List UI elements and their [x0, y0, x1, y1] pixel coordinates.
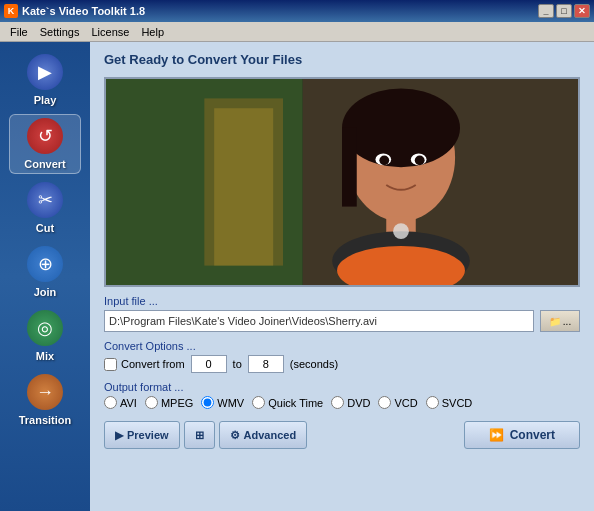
svg-rect-5	[342, 128, 357, 207]
sidebar-item-transition[interactable]: → Transition	[9, 370, 81, 430]
convert-btn-label: Convert	[510, 428, 555, 442]
transition-icon: →	[27, 374, 63, 410]
mix-icon: ◎	[27, 310, 63, 346]
sidebar-mix-label: Mix	[36, 350, 54, 362]
close-button[interactable]: ✕	[574, 4, 590, 18]
browse-button[interactable]: 📁 ...	[540, 310, 580, 332]
input-file-label: Input file ...	[104, 295, 580, 307]
format-vcd[interactable]: VCD	[378, 396, 417, 409]
folder-icon: 📁	[549, 316, 561, 327]
cut-icon: ✂	[27, 182, 63, 218]
sidebar-item-join[interactable]: ⊕ Join	[9, 242, 81, 302]
bottom-row: ▶ Preview ⊞ ⚙ Advanced ⏩ Convert	[104, 421, 580, 449]
format-row: AVI MPEG WMV Quick Time DVD	[104, 396, 580, 409]
menu-file[interactable]: File	[4, 24, 34, 40]
maximize-button[interactable]: □	[556, 4, 572, 18]
content-area: Get Ready to Convert Your Files	[90, 42, 594, 511]
svg-point-12	[393, 223, 409, 239]
convert-options-row: Convert from to (seconds)	[104, 355, 580, 373]
menu-help[interactable]: Help	[135, 24, 170, 40]
play-icon: ▶	[27, 54, 63, 90]
advanced-button[interactable]: ⚙ Advanced	[219, 421, 308, 449]
sidebar-play-label: Play	[34, 94, 57, 106]
main-window: ▶ Play ↺ Convert ✂ Cut ⊕ Join ◎ Mix → Tr…	[0, 42, 594, 511]
radio-wmv[interactable]	[201, 396, 214, 409]
sidebar-item-cut[interactable]: ✂ Cut	[9, 178, 81, 238]
convert-from-checkbox[interactable]	[104, 358, 117, 371]
title-bar: K Kate`s Video Toolkit 1.8 _ □ ✕	[0, 0, 594, 22]
svg-point-4	[342, 89, 460, 168]
video-bg	[106, 79, 578, 285]
sidebar-join-label: Join	[34, 286, 57, 298]
menu-license[interactable]: License	[85, 24, 135, 40]
radio-svcd[interactable]	[426, 396, 439, 409]
convert-btn-icon: ⏩	[489, 428, 504, 442]
seconds-label: (seconds)	[290, 358, 338, 370]
menu-settings[interactable]: Settings	[34, 24, 86, 40]
minimize-button[interactable]: _	[538, 4, 554, 18]
format-wmv[interactable]: WMV	[201, 396, 244, 409]
screenshot-button[interactable]: ⊞	[184, 421, 215, 449]
video-preview	[104, 77, 580, 287]
output-format-label: Output format ...	[104, 381, 580, 393]
format-quicktime[interactable]: Quick Time	[252, 396, 323, 409]
svg-point-11	[415, 155, 425, 165]
join-icon: ⊕	[27, 246, 63, 282]
file-input[interactable]	[104, 310, 534, 332]
page-title: Get Ready to Convert Your Files	[104, 52, 580, 67]
convert-from-input[interactable]	[191, 355, 227, 373]
sidebar-item-mix[interactable]: ◎ Mix	[9, 306, 81, 366]
preview-button[interactable]: ▶ Preview	[104, 421, 180, 449]
browse-label: ...	[563, 316, 571, 327]
sidebar-item-play[interactable]: ▶ Play	[9, 50, 81, 110]
preview-label: Preview	[127, 429, 169, 441]
convert-options-label: Convert Options ...	[104, 340, 580, 352]
format-svcd[interactable]: SVCD	[426, 396, 473, 409]
screenshot-icon: ⊞	[195, 429, 204, 442]
app-icon: K	[4, 4, 18, 18]
convert-icon: ↺	[27, 118, 63, 154]
preview-icon: ▶	[115, 429, 123, 442]
output-format-section: Output format ... AVI MPEG WMV Quick Tim…	[104, 381, 580, 409]
video-frame	[106, 79, 578, 285]
sidebar-convert-label: Convert	[24, 158, 66, 170]
radio-avi[interactable]	[104, 396, 117, 409]
convert-button[interactable]: ⏩ Convert	[464, 421, 580, 449]
menu-bar: File Settings License Help	[0, 22, 594, 42]
radio-dvd[interactable]	[331, 396, 344, 409]
convert-from-text: Convert from	[121, 358, 185, 370]
sidebar-transition-label: Transition	[19, 414, 72, 426]
format-avi[interactable]: AVI	[104, 396, 137, 409]
to-label: to	[233, 358, 242, 370]
window-title: Kate`s Video Toolkit 1.8	[22, 5, 145, 17]
input-row: 📁 ...	[104, 310, 580, 332]
format-dvd[interactable]: DVD	[331, 396, 370, 409]
sidebar-cut-label: Cut	[36, 222, 54, 234]
sidebar-item-convert[interactable]: ↺ Convert	[9, 114, 81, 174]
convert-to-input[interactable]	[248, 355, 284, 373]
radio-quicktime[interactable]	[252, 396, 265, 409]
advanced-label: Advanced	[244, 429, 297, 441]
input-file-section: Input file ... 📁 ...	[104, 295, 580, 332]
convert-options-section: Convert Options ... Convert from to (sec…	[104, 340, 580, 373]
left-buttons: ▶ Preview ⊞ ⚙ Advanced	[104, 421, 307, 449]
advanced-icon: ⚙	[230, 429, 240, 442]
svg-rect-15	[214, 108, 273, 265]
format-mpeg[interactable]: MPEG	[145, 396, 193, 409]
radio-mpeg[interactable]	[145, 396, 158, 409]
radio-vcd[interactable]	[378, 396, 391, 409]
svg-point-10	[379, 155, 389, 165]
sidebar: ▶ Play ↺ Convert ✂ Cut ⊕ Join ◎ Mix → Tr…	[0, 42, 90, 511]
convert-from-checkbox-label[interactable]: Convert from	[104, 358, 185, 371]
